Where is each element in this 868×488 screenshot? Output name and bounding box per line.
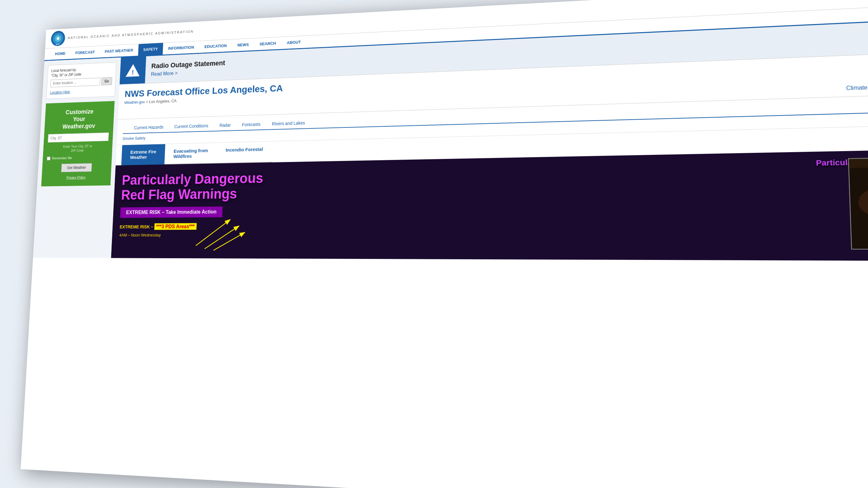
- location-input[interactable]: [50, 78, 100, 87]
- map-background: Ventura & Los Angeles Counties: [849, 157, 868, 249]
- tab-current-conditions[interactable]: Current Conditions: [169, 120, 214, 132]
- tab-climate[interactable]: Climate and Past Weather: [846, 83, 868, 94]
- svg-text:NOAA: NOAA: [56, 43, 60, 45]
- tab-radar[interactable]: Radar: [214, 120, 237, 131]
- svg-line-28: [213, 233, 244, 250]
- warning-area: Particularly Dangerous Situation (PDS) V…: [111, 148, 868, 261]
- tab-extreme-fire[interactable]: Extreme FireWeather: [121, 144, 165, 165]
- tab-forecasts[interactable]: Forecasts: [236, 119, 267, 130]
- svg-line-26: [196, 220, 230, 245]
- sidebar: Local forecast by"City, St" or ZIP code …: [33, 57, 121, 258]
- nav-safety[interactable]: SAFETY: [138, 43, 163, 56]
- alert-title: Radio Outage Statement: [151, 59, 225, 70]
- tab-current-hazards[interactable]: Current Hazards: [129, 122, 169, 133]
- remember-checkbox[interactable]: [47, 157, 51, 161]
- arrow-graphic: [193, 214, 254, 252]
- noaa-title: NATIONAL OCEANIC AND ATMOSPHERIC ADMINIS…: [67, 29, 194, 40]
- remember-label: Remember Me: [52, 156, 72, 160]
- customize-note: Enter Your City, ST orZIP Code: [47, 143, 108, 154]
- nav-forecast[interactable]: FORECAST: [70, 46, 100, 59]
- content-area: ! Radio Outage Statement Read More > NWS…: [111, 17, 868, 261]
- nav-past-weather[interactable]: PAST WEATHER: [99, 44, 138, 58]
- alert-icon-box: !: [120, 56, 146, 84]
- nav-home[interactable]: HOME: [50, 47, 71, 60]
- location-help-link[interactable]: Location Help: [50, 90, 70, 95]
- breadcrumb-home[interactable]: Weather.gov: [124, 100, 145, 105]
- alert-triangle-icon: !: [125, 63, 140, 77]
- nav-news[interactable]: NEWS: [232, 38, 254, 51]
- go-button[interactable]: Go: [101, 77, 112, 85]
- privacy-link[interactable]: Privacy Policy: [66, 175, 85, 179]
- tab-incendio[interactable]: Incendio Forestal: [216, 141, 272, 163]
- alert-text-area: Radio Outage Statement Read More >: [145, 54, 231, 82]
- location-label: Local forecast by"City, St" or ZIP code: [51, 66, 113, 78]
- breadcrumb-location: Los Angeles, CA: [149, 99, 177, 104]
- tab-rivers[interactable]: Rivers and Lakes: [266, 117, 311, 129]
- breadcrumb-sep: >: [146, 99, 149, 104]
- nav-information[interactable]: INFORMATION: [162, 41, 199, 55]
- customize-title: CustomizeYourWeather.gov: [48, 107, 110, 130]
- nav-education[interactable]: EDUCATION: [199, 39, 232, 53]
- map-overlay: Ventura & Los Angeles Counties: [848, 156, 868, 250]
- nav-search[interactable]: SEARCH: [254, 37, 281, 50]
- location-section: Local forecast by"City, St" or ZIP code …: [46, 62, 116, 99]
- pds-count: ***3 PDS Areas***: [154, 223, 197, 230]
- read-more-link[interactable]: Read More >: [151, 70, 178, 77]
- svg-text:!: !: [132, 69, 134, 76]
- get-weather-button[interactable]: Get Weather: [61, 163, 92, 172]
- noaa-logo: NOAA: [51, 30, 65, 46]
- tab-smoke-safety[interactable]: Smoke Safety: [122, 136, 146, 143]
- city-input[interactable]: [48, 133, 109, 143]
- page-wrapper: NOAA NATIONAL OCEANIC AND ATMOSPHERIC AD…: [21, 0, 868, 488]
- nav-about[interactable]: ABOUT: [281, 36, 307, 49]
- remember-row: Remember Me: [47, 155, 108, 160]
- customize-box: CustomizeYourWeather.gov Enter Your City…: [41, 101, 115, 186]
- tab-evacuating[interactable]: Evacuating fromWildfires: [164, 143, 217, 164]
- warning-title: Particularly DangerousRed Flag Warnings: [121, 165, 594, 203]
- location-input-row: Go: [50, 77, 112, 87]
